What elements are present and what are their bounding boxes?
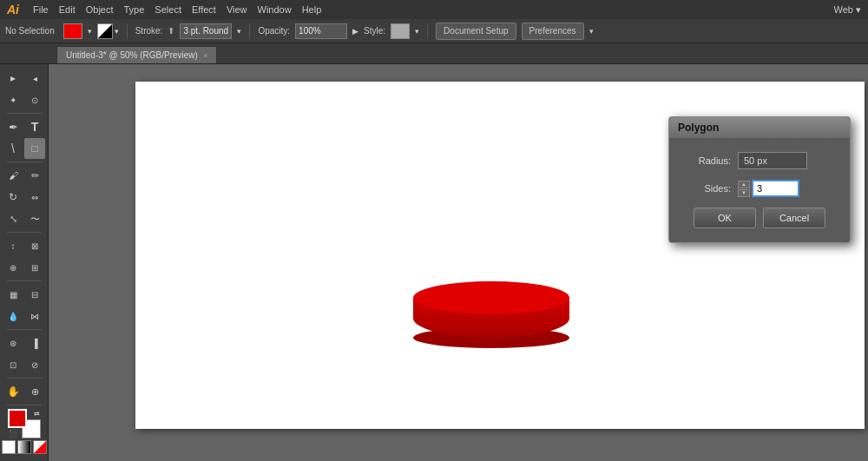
- titlebar-right: Web ▾: [834, 4, 861, 16]
- dialog-titlebar: Polygon: [669, 117, 850, 138]
- symbol-sprayer-tool[interactable]: ⊛: [3, 333, 23, 353]
- stroke-up-arrow[interactable]: ⬆: [168, 26, 174, 36]
- sides-spinner: ▲ ▼: [738, 181, 750, 197]
- scale-tool[interactable]: ⤡: [3, 208, 23, 229]
- color-swatches-area: ⇄ ⬛: [2, 409, 47, 458]
- menu-file[interactable]: File: [33, 4, 49, 15]
- stroke-value-input[interactable]: [180, 23, 232, 39]
- tool-row-7: ⤡ 〜: [3, 208, 45, 229]
- preferences-button[interactable]: Preferences: [522, 23, 584, 40]
- tool-row-3: ✒ T: [3, 116, 45, 137]
- line-tool[interactable]: \: [3, 138, 23, 159]
- opacity-arrow[interactable]: ▶: [352, 27, 358, 36]
- menu-effect[interactable]: Effect: [192, 4, 216, 15]
- sides-increment-button[interactable]: ▲: [738, 181, 750, 188]
- ok-button[interactable]: OK: [694, 207, 756, 228]
- gradient-mode-btn[interactable]: [17, 440, 31, 454]
- pencil-tool[interactable]: ✏: [24, 165, 45, 186]
- warp-tool[interactable]: 〜: [24, 208, 45, 229]
- menu-edit[interactable]: Edit: [59, 4, 76, 15]
- sides-input[interactable]: [752, 180, 799, 197]
- style-dropdown[interactable]: ▾: [415, 27, 419, 36]
- tool-row-10: ▦ ⊟: [3, 284, 45, 305]
- sides-label: Sides:: [683, 183, 731, 194]
- hand-tool[interactable]: ✋: [3, 381, 23, 402]
- column-graph-tool[interactable]: ▐: [24, 333, 45, 353]
- perspective-grid-tool[interactable]: ⊞: [24, 257, 45, 278]
- toolbar-divider-6: [7, 378, 42, 379]
- document-setup-button[interactable]: Document Setup: [436, 23, 516, 40]
- opacity-input[interactable]: [295, 23, 347, 39]
- dropdown-arrow-fill[interactable]: ▾: [88, 27, 92, 36]
- pen-tool[interactable]: ✒: [3, 116, 23, 137]
- artboard-tool[interactable]: ⊡: [3, 354, 23, 375]
- tab-title: Untitled-3* @ 50% (RGB/Preview): [66, 50, 198, 60]
- menu-type[interactable]: Type: [124, 4, 145, 15]
- style-label: Style:: [364, 26, 385, 36]
- optionsbar: No Selection ▾ ▾ Stroke: ⬆ ▾ Opacity: ▶ …: [0, 19, 868, 43]
- tabbar: Untitled-3* @ 50% (RGB/Preview) ×: [0, 43, 868, 64]
- swap-colors-icon[interactable]: ⇄: [34, 410, 40, 418]
- magic-wand-tool[interactable]: ✦: [3, 89, 23, 110]
- tool-row-5: 🖌 ✏: [3, 165, 45, 186]
- web-label[interactable]: Web ▾: [834, 4, 861, 16]
- separator-2: [249, 23, 250, 39]
- menu-object[interactable]: Object: [86, 4, 114, 15]
- mesh-tool[interactable]: ⊟: [24, 284, 45, 305]
- lasso-tool[interactable]: ⊙: [24, 89, 45, 110]
- tool-row-12: ⊛ ▐: [3, 333, 45, 353]
- menu-window[interactable]: Window: [258, 4, 292, 15]
- prefs-arrow[interactable]: ▾: [589, 27, 594, 36]
- none-mode-btn[interactable]: [33, 440, 47, 454]
- reflect-tool[interactable]: ⇔: [24, 187, 45, 207]
- slice-tool[interactable]: ⊘: [24, 354, 45, 375]
- stroke-dropdown[interactable]: ▾: [237, 27, 241, 36]
- tool-row-6: ↻ ⇔: [3, 187, 45, 207]
- default-colors-icon[interactable]: ⬛: [9, 430, 17, 438]
- menu-view[interactable]: View: [227, 4, 247, 15]
- rectangle-tool[interactable]: □: [24, 138, 45, 159]
- app-logo: Ai: [7, 3, 19, 16]
- separator-1: [127, 23, 128, 39]
- free-transform-tool[interactable]: ⊠: [24, 235, 45, 256]
- radius-label: Radius:: [683, 155, 731, 166]
- toolbar-divider-7: [7, 405, 42, 405]
- zoom-tool[interactable]: ⊕: [24, 381, 45, 402]
- direct-selection-tool[interactable]: ◂: [24, 68, 45, 89]
- menu-help[interactable]: Help: [302, 4, 322, 15]
- cancel-button[interactable]: Cancel: [763, 207, 825, 228]
- fill-color-swatch[interactable]: [63, 23, 82, 39]
- selection-tool[interactable]: ▸: [3, 68, 23, 89]
- foreground-color-swatch[interactable]: [8, 409, 27, 428]
- tool-row-9: ⊕ ⊞: [3, 257, 45, 278]
- normal-mode-btn[interactable]: [2, 440, 16, 454]
- main-area: ▸ ◂ ✦ ⊙ ✒ T \ □ 🖌 ✏ ↻ ⇔ ⤡ 〜 ↕: [0, 64, 868, 461]
- sides-decrement-button[interactable]: ▼: [738, 189, 750, 197]
- type-tool[interactable]: T: [24, 116, 45, 137]
- tool-row-2: ✦ ⊙: [3, 89, 45, 110]
- tab-close-button[interactable]: ×: [203, 51, 207, 60]
- paintbrush-tool[interactable]: 🖌: [3, 165, 23, 186]
- rotate-tool[interactable]: ↻: [3, 187, 23, 207]
- menu-select[interactable]: Select: [155, 4, 181, 15]
- dropdown-arrow-stroke[interactable]: ▾: [115, 27, 119, 36]
- style-swatch[interactable]: [391, 23, 410, 39]
- width-tool[interactable]: ↕: [3, 235, 23, 256]
- menubar: File Edit Object Type Select Effect View…: [33, 4, 321, 15]
- tool-row-13: ⊡ ⊘: [3, 354, 45, 375]
- blend-tool[interactable]: ⋈: [24, 306, 45, 326]
- radius-value: 50 px: [738, 152, 807, 169]
- toolbar-divider-4: [7, 280, 42, 281]
- sides-input-group: ▲ ▼: [738, 180, 799, 197]
- fg-bg-swatches: ⇄ ⬛: [8, 409, 41, 438]
- document-tab[interactable]: Untitled-3* @ 50% (RGB/Preview) ×: [56, 46, 217, 63]
- toolbar-divider-2: [7, 161, 42, 162]
- color-mode-icons: [2, 440, 47, 454]
- gradient-tool[interactable]: ▦: [3, 284, 23, 305]
- tool-row-8: ↕ ⊠: [3, 235, 45, 256]
- shape-builder-tool[interactable]: ⊕: [3, 257, 23, 278]
- tool-row-11: 💧 ⋈: [3, 306, 45, 326]
- toolbar-divider-3: [7, 232, 42, 233]
- stroke-swatch[interactable]: [97, 23, 113, 39]
- eyedropper-tool[interactable]: 💧: [3, 306, 23, 326]
